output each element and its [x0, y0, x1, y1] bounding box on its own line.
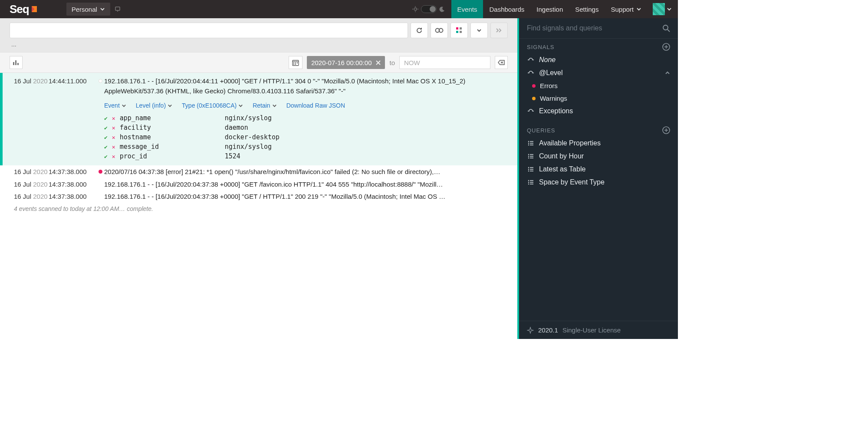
- signal-warnings[interactable]: Warnings: [519, 92, 678, 105]
- event-date: 16 Jul 2020: [14, 180, 49, 190]
- event-date: 16 Jul 2020: [14, 192, 49, 202]
- nav-ingestion[interactable]: Ingestion: [530, 0, 569, 18]
- signal-level[interactable]: @Level: [519, 66, 678, 79]
- include-icon[interactable]: ✔: [104, 134, 108, 141]
- view-mode-button[interactable]: [450, 23, 468, 38]
- signals-search-input[interactable]: [527, 24, 662, 32]
- include-icon[interactable]: ✔: [104, 115, 108, 122]
- event-row[interactable]: 16 Jul 2020 14:44:11.000 192.168.176.1 -…: [0, 73, 517, 99]
- exclude-icon[interactable]: ✕: [112, 115, 115, 122]
- range-from-value: 2020-07-16 00:00:00: [311, 59, 372, 66]
- chevron-down-icon: [238, 103, 243, 108]
- add-query-button[interactable]: [662, 126, 670, 134]
- include-icon[interactable]: ✔: [104, 153, 108, 160]
- refresh-button[interactable]: [411, 23, 428, 38]
- event-time: 14:37:38.000: [49, 192, 96, 202]
- level-indicator: [96, 180, 104, 182]
- search-icon[interactable]: [662, 24, 670, 32]
- svg-rect-12: [460, 31, 462, 33]
- svg-point-39: [528, 158, 529, 158]
- svg-point-31: [528, 141, 529, 142]
- logo-icon: [31, 5, 38, 13]
- nav-dashboards[interactable]: Dashboards: [483, 0, 530, 18]
- query-input[interactable]: [10, 23, 408, 38]
- signal-errors[interactable]: Errors: [519, 79, 678, 92]
- level-dot-icon: [532, 84, 536, 88]
- exclude-icon[interactable]: ✕: [112, 153, 115, 160]
- pin-workspace-button[interactable]: [115, 6, 121, 12]
- user-menu[interactable]: [648, 3, 678, 15]
- svg-rect-19: [295, 62, 296, 63]
- property-row: ✔✕ hostnamedocker-desktop: [104, 132, 508, 142]
- clear-from-icon[interactable]: [376, 60, 381, 65]
- histogram-toggle[interactable]: [10, 56, 23, 69]
- nav-settings[interactable]: Settings: [569, 0, 605, 18]
- retain-menu[interactable]: Retain: [253, 102, 276, 109]
- signal-icon: [527, 108, 535, 114]
- type-menu[interactable]: Type (0xE10068CA): [182, 102, 243, 109]
- theme-toggle[interactable]: [412, 5, 451, 13]
- event-message: 2020/07/16 04:37:38 [error] 21#21: *1 op…: [104, 167, 508, 177]
- signal-icon: [527, 57, 535, 62]
- level-menu[interactable]: Level (info): [136, 102, 172, 109]
- exclude-icon[interactable]: ✕: [112, 125, 115, 131]
- sun-icon: [412, 6, 418, 12]
- nav-support[interactable]: Support: [605, 0, 648, 18]
- query-available-properties[interactable]: Available Properties: [519, 137, 678, 150]
- query-latest-as-table[interactable]: Latest as Table: [519, 163, 678, 176]
- event-menu[interactable]: Event: [104, 102, 126, 109]
- clear-range-button[interactable]: [495, 56, 508, 69]
- svg-point-2: [414, 8, 417, 10]
- svg-rect-10: [460, 27, 462, 30]
- svg-point-32: [528, 143, 529, 144]
- more-dropdown[interactable]: [470, 23, 488, 38]
- svg-line-24: [667, 30, 670, 32]
- query-icon: [527, 141, 535, 146]
- signals-header: SIGNALS: [527, 44, 554, 50]
- download-json-link[interactable]: Download Raw JSON: [286, 102, 345, 109]
- query-icon: [527, 154, 535, 159]
- license: Single-User License: [562, 326, 621, 334]
- signal-icon: [527, 70, 535, 76]
- chevron-down-icon: [168, 103, 172, 108]
- svg-point-45: [528, 171, 529, 171]
- events-list: 16 Jul 2020 14:44:11.000 192.168.176.1 -…: [0, 73, 517, 339]
- range-to-label: to: [389, 59, 395, 66]
- toggle-track[interactable]: [421, 5, 437, 13]
- nav-events[interactable]: Events: [451, 0, 483, 18]
- tail-button[interactable]: [431, 23, 448, 38]
- svg-point-37: [528, 154, 529, 155]
- chevron-up-icon[interactable]: [665, 70, 670, 76]
- include-icon[interactable]: ✔: [104, 125, 108, 131]
- events-footer: 4 events scanned to today at 12:00 AM… c…: [0, 203, 517, 215]
- level-indicator: [96, 76, 104, 83]
- exclude-icon[interactable]: ✕: [112, 144, 115, 150]
- event-row[interactable]: 16 Jul 2020 14:37:38.000 192.168.176.1 -…: [0, 178, 517, 191]
- event-row[interactable]: 16 Jul 2020 14:37:38.000 2020/07/16 04:3…: [0, 165, 517, 178]
- workspace-dropdown[interactable]: Personal: [66, 3, 110, 16]
- svg-point-33: [528, 145, 529, 145]
- svg-point-51: [528, 184, 529, 184]
- logo[interactable]: Seq: [0, 3, 47, 16]
- signal-none[interactable]: None: [519, 53, 678, 66]
- logo-text: Seq: [10, 3, 29, 16]
- add-signal-button[interactable]: [662, 43, 670, 51]
- svg-point-38: [528, 156, 529, 157]
- workspace-label: Personal: [72, 6, 97, 13]
- svg-rect-13: [13, 62, 14, 65]
- exclude-icon[interactable]: ✕: [112, 134, 115, 141]
- calendar-button[interactable]: [289, 56, 302, 69]
- svg-point-50: [528, 182, 529, 183]
- event-row[interactable]: 16 Jul 2020 14:37:38.000 192.168.176.1 -…: [0, 190, 517, 203]
- svg-rect-14: [15, 60, 16, 65]
- chevron-down-icon: [122, 103, 126, 108]
- chevron-down-icon: [100, 7, 105, 12]
- query-space-by-event-type[interactable]: Space by Event Type: [519, 176, 678, 189]
- run-button[interactable]: [490, 23, 508, 38]
- query-count-by-hour[interactable]: Count by Hour: [519, 150, 678, 163]
- include-icon[interactable]: ✔: [104, 144, 108, 150]
- range-to-input[interactable]: NOW: [399, 56, 490, 69]
- svg-rect-9: [456, 27, 458, 30]
- signal-exceptions[interactable]: Exceptions: [519, 105, 678, 118]
- range-from-chip[interactable]: 2020-07-16 00:00:00: [307, 56, 385, 69]
